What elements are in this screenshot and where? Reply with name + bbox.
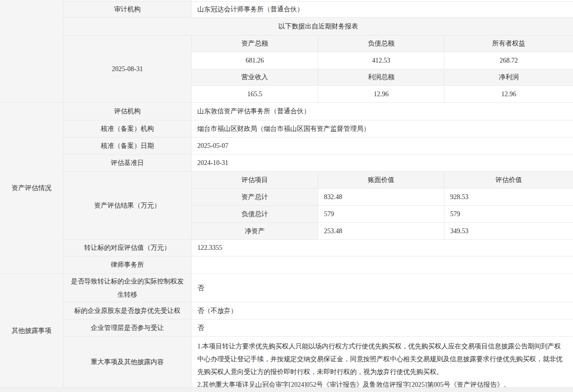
section-label-empty (0, 0, 63, 103)
transfer-eval-value: 122.3355 (191, 240, 573, 256)
management-participation-label: 企业管理层是否参与受让 (63, 319, 191, 337)
eval-assessed-net-assets: 349.53 (444, 223, 573, 240)
eval-book-total-liabilities: 579 (318, 206, 444, 223)
base-date-label: 评估基准日 (63, 155, 191, 172)
page-bottom-strip (0, 388, 573, 392)
fin-header-total-liabilities: 负债总额 (318, 36, 444, 52)
law-firm-label: 律师事务所 (63, 256, 191, 274)
fin-value-total-liabilities: 412.53 (318, 52, 444, 69)
eval-result-label: 资产评估结果（万元） (63, 172, 191, 240)
fin-value-revenue: 165.5 (191, 86, 318, 103)
fin-value-owners-equity: 268.72 (444, 52, 573, 69)
eval-book-net-assets: 253.48 (318, 223, 444, 240)
section-audit-financials: 审计机构 山东冠达会计师事务所（普通合伙） 以下数据出自近期财务报表 2025-… (0, 0, 573, 103)
section-label-asset-evaluation: 资产评估情况 (0, 103, 63, 274)
control-transfer-label: 是否导致转让标的企业的实际控制权发生转移 (63, 274, 191, 302)
disclosure-table: 审计机构 山东冠达会计师事务所（普通合伙） 以下数据出自近期财务报表 2025-… (0, 0, 573, 392)
eval-header-item: 评估项目 (191, 172, 318, 189)
eval-org-value: 山东敦信资产评估事务所（普通合伙） (191, 103, 573, 120)
major-matters-content: 1.本项目转让方要求优先购买权人只能以场内行权方式行使优先购买权，优先购买权人应… (191, 337, 573, 388)
section-asset-evaluation: 资产评估情况 评估机构 山东敦信资产评估事务所（普通合伙） 核准（备案）机构 烟… (0, 103, 573, 274)
major-matters-paragraph-2: 2.其他重大事项详见山冠会审字[2024]052号《审计报告》及鲁敦信评报字[2… (197, 378, 567, 388)
audit-org-value: 山东冠达会计师事务所（普通合伙） (191, 2, 573, 18)
fin-value-total-assets: 681.26 (191, 52, 318, 69)
eval-book-total-assets: 832.48 (318, 189, 444, 206)
eval-header-book-value: 账面价值 (318, 172, 444, 189)
transfer-eval-value-label: 转让标的对应评估值（万元） (63, 240, 191, 256)
eval-org-label: 评估机构 (63, 103, 191, 120)
approval-org-value: 烟台市福山区财政局（烟台市福山区国有资产监督管理局） (191, 120, 573, 137)
approval-date-label: 核准（备案）日期 (63, 137, 191, 155)
law-firm-value (191, 256, 573, 274)
approval-org-label: 核准（备案）机构 (63, 120, 191, 137)
audit-org-label: 审计机构 (63, 2, 191, 18)
fin-header-total-assets: 资产总额 (191, 36, 318, 52)
approval-date-value: 2025-05-07 (191, 137, 573, 155)
fin-header-net-profit: 净利润 (444, 69, 573, 86)
management-participation-value: 否 (191, 319, 573, 337)
fin-value-total-profit: 12.96 (318, 86, 444, 103)
major-matters-paragraph-1: 1.本项目转让方要求优先购买权人只能以场内行权方式行使优先购买权，优先购买权人应… (197, 340, 567, 378)
shareholder-waiver-label: 标的企业原股东是否放弃优先受让权 (63, 302, 191, 319)
section-other-disclosure: 其他披露事项 是否导致转让标的企业的实际控制权发生转移 否 标的企业原股东是否放… (0, 274, 573, 388)
financials-notice: 以下数据出自近期财务报表 (63, 18, 573, 36)
eval-header-assessed-value: 评估价值 (444, 172, 573, 189)
statement-date: 2025-08-31 (63, 36, 191, 103)
eval-assessed-total-liabilities: 579 (444, 206, 573, 223)
major-matters-label: 重大事项及其他披露内容 (63, 337, 191, 388)
fin-header-owners-equity: 所有者权益 (444, 36, 573, 52)
fin-value-net-profit: 12.96 (444, 86, 573, 103)
fin-header-revenue: 营业收入 (191, 69, 318, 86)
eval-item-total-liabilities: 负债总计 (191, 206, 318, 223)
eval-item-total-assets: 资产总计 (191, 189, 318, 206)
base-date-value: 2024-10-31 (191, 155, 573, 172)
control-transfer-value: 否 (191, 274, 573, 302)
eval-item-net-assets: 净资产 (191, 223, 318, 240)
shareholder-waiver-value: 否（不放弃） (191, 302, 573, 319)
eval-assessed-total-assets: 928.53 (444, 189, 573, 206)
fin-header-total-profit: 利润总额 (318, 69, 444, 86)
section-label-other-disclosure: 其他披露事项 (0, 274, 63, 388)
